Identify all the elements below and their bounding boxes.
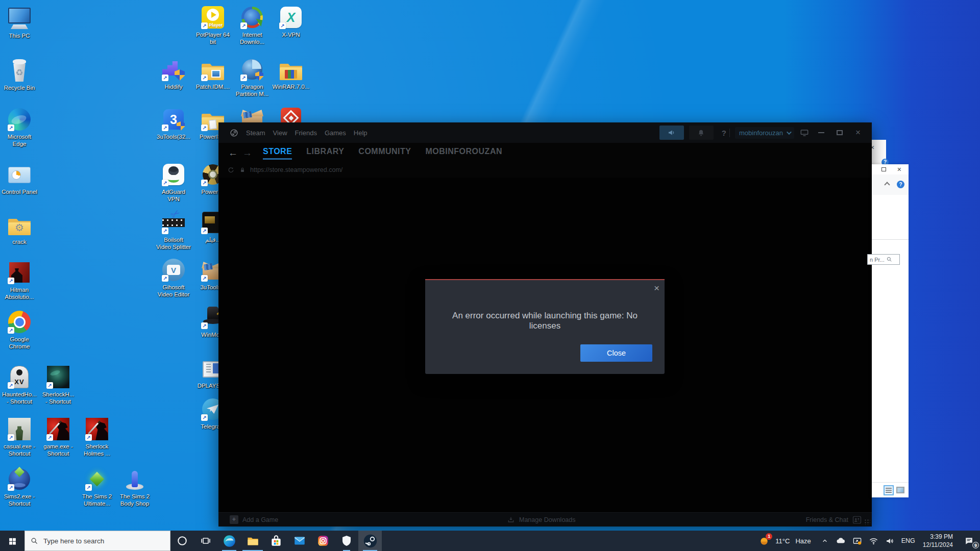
details-view-button[interactable] — [884, 485, 894, 495]
sherlockh-shortcut-label: SherlockH... - Shortcut — [42, 391, 75, 406]
desktop-icon-game-exe-shortcut[interactable]: ↗game.exe - Shortcut — [39, 416, 78, 458]
maximize-button[interactable] — [837, 130, 843, 135]
cortana-button[interactable] — [170, 531, 194, 551]
edge-icon — [223, 534, 236, 548]
shortcut-arrow-icon: ↗ — [162, 74, 168, 81]
taskbar-file-explorer[interactable] — [241, 531, 264, 551]
desktop-icon-paragon-partition[interactable]: ↗Paragon Partition M... — [233, 56, 272, 98]
back-arrow-icon[interactable]: ← — [228, 147, 242, 159]
weather-temp[interactable]: 11°C — [775, 537, 790, 545]
refresh-icon[interactable] — [227, 166, 235, 174]
desktop-icon-winrar-folder[interactable]: WinRAR.7.0... — [272, 56, 310, 90]
cast-icon[interactable] — [851, 531, 863, 551]
desktop-icon-hiddify[interactable]: ↗Hiddify — [154, 56, 193, 90]
account-dropdown[interactable]: mobinforouzan — [735, 127, 794, 139]
help-button[interactable]: ? — [719, 129, 730, 137]
search-placeholder: Type here to search — [43, 537, 104, 545]
explorer-search-box[interactable]: n Pr... — [867, 254, 900, 265]
desktop-icon-sims2-bodyshop[interactable]: The Sims 2 Body Shop — [115, 466, 154, 508]
desktop-icon-sims2-exe-shortcut[interactable]: ↗Sims2.exe - Shortcut — [0, 466, 39, 508]
taskbar-steam[interactable] — [358, 531, 382, 551]
adguard-vpn-label: AdGuard VPN — [162, 188, 185, 203]
close-button[interactable]: × — [851, 128, 865, 138]
desktop-icon-control-panel[interactable]: Control Panel — [0, 161, 39, 195]
steam-tab-library[interactable]: LIBRARY — [306, 147, 344, 160]
internet-download-manager-label: Internet Downlo... — [240, 31, 264, 46]
friends-chat-button[interactable]: Friends & Chat — [806, 515, 862, 524]
desktop-icon-internet-download-manager[interactable]: ↗Internet Downlo... — [233, 4, 272, 46]
language-indicator[interactable]: ENG — [900, 531, 916, 551]
desktop-icon-hitman-absolution[interactable]: ↗Hitman Absolutio... — [0, 259, 39, 301]
task-view-button[interactable] — [194, 531, 217, 551]
thumbnail-view-button[interactable] — [896, 487, 904, 493]
desktop-icon-google-chrome[interactable]: ↗Google Chrome — [0, 309, 39, 350]
volume-icon[interactable] — [884, 531, 896, 551]
steam-tab-mobinforouzan[interactable]: MOBINFOROUZAN — [426, 147, 502, 160]
forward-arrow-icon[interactable]: → — [242, 147, 257, 159]
weather-condition[interactable]: Haze — [795, 537, 811, 545]
desktop-icon-3utools-32[interactable]: 3↗3uTools(32... — [154, 106, 193, 140]
desktop-icon-this-pc[interactable]: This PC — [0, 5, 39, 39]
dialog-close-button[interactable]: Close — [580, 344, 652, 362]
steam-tab-community[interactable]: COMMUNITY — [358, 147, 411, 160]
start-button[interactable] — [0, 531, 24, 551]
search-icon — [30, 537, 39, 545]
steam-menu-games[interactable]: Games — [325, 129, 346, 137]
desktop-icon-sherlock-holmes[interactable]: ↗Sherlock Holmes ... — [78, 416, 116, 458]
taskbar-instagram[interactable] — [311, 531, 335, 551]
steam-menu-steam[interactable]: Steam — [246, 129, 265, 137]
desktop-icon-casual-exe-shortcut[interactable]: ↗casual.exe - Shortcut — [0, 416, 39, 458]
desktop-icon-adguard-vpn[interactable]: ↗AdGuard VPN — [154, 161, 193, 203]
steam-statusbar: + Add a Game Manage Downloads Friends & … — [218, 512, 872, 527]
steam-menu-view[interactable]: View — [273, 129, 287, 137]
shortcut-arrow-icon: ↗ — [46, 434, 53, 441]
wifi-icon[interactable] — [868, 531, 879, 551]
manage-downloads-button[interactable]: Manage Downloads — [507, 516, 576, 524]
steam-addressbar[interactable]: https://store.steampowered.com/ — [227, 163, 872, 177]
steam-tab-store[interactable]: STORE — [263, 147, 292, 160]
taskbar-windows-security[interactable] — [335, 531, 358, 551]
resize-grip[interactable] — [864, 519, 870, 525]
taskbar-mail[interactable] — [288, 531, 311, 551]
desktop-icon-sims2-ultimate[interactable]: ↗The Sims 2 Ultimate... — [78, 466, 116, 508]
steam-menu-help[interactable]: Help — [354, 129, 368, 137]
steam-menu-friends[interactable]: Friends — [295, 129, 317, 137]
desktop-icon-crack-folder[interactable]: ⚙crack — [0, 211, 39, 245]
steam-menubar: SteamViewFriendsGamesHelp — [230, 129, 368, 137]
dialog-close-icon[interactable]: × — [654, 283, 659, 293]
desktop-icon-sherlockh-shortcut[interactable]: ↗SherlockH... - Shortcut — [39, 364, 78, 406]
onedrive-icon[interactable] — [835, 531, 847, 551]
maximize-icon[interactable] — [881, 167, 886, 171]
desktop-icon-recycle-bin[interactable]: ♻Recycle Bin — [0, 57, 39, 91]
defender-icon — [340, 535, 353, 547]
desktop-icon-potplayer[interactable]: Player↗PotPlayer 64 bit — [193, 4, 232, 46]
desktop-icon-hauntedhouse-shortcut[interactable]: XV↗HauntedHo... - Shortcut — [0, 364, 39, 406]
add-a-game-button[interactable]: Add a Game — [242, 516, 278, 523]
desktop-icon-microsoft-edge[interactable]: ↗Microsoft Edge — [0, 106, 39, 148]
hidden-icons-chevron[interactable] — [820, 531, 830, 551]
clock[interactable]: 3:39 PM 12/11/2024 — [921, 533, 955, 549]
collapse-ribbon-icon[interactable] — [884, 182, 890, 187]
desktop-icon-patch-idm[interactable]: ↗Patch.IDM.... — [193, 56, 232, 90]
taskbar-edge[interactable] — [217, 531, 241, 551]
error-dialog: × An error occurred while launching this… — [425, 279, 665, 374]
desktop-icon-gihosoft-video-editor[interactable]: V↗Gihosoft Video Editor — [154, 257, 193, 298]
notifications-button[interactable] — [689, 126, 714, 140]
shortcut-arrow-icon: ↗ — [85, 434, 92, 441]
taskbar-search-input[interactable]: Type here to search — [24, 531, 170, 551]
help-icon[interactable]: ? — [897, 181, 904, 188]
taskbar-microsoft-store[interactable] — [264, 531, 288, 551]
announcements-button[interactable] — [659, 126, 684, 140]
big-picture-icon[interactable] — [799, 128, 810, 138]
notification-center-button[interactable]: 9 — [960, 531, 978, 551]
hiddify-label: Hiddify — [164, 83, 182, 90]
shortcut-arrow-icon: ↗ — [201, 414, 208, 421]
weather-button[interactable]: 1 — [758, 531, 771, 551]
desktop-icon-x-vpn[interactable]: X↗X-VPN — [272, 4, 310, 38]
desktop-icon-boilsoft-video-splitter[interactable]: ✂↗Boilsoft Video Splitter — [154, 209, 193, 251]
friends-icon — [852, 515, 862, 524]
minimize-button[interactable] — [818, 132, 824, 133]
close-icon[interactable]: × — [897, 166, 901, 173]
recycle-bin-label: Recycle Bin — [4, 84, 35, 91]
weather-badge: 1 — [766, 533, 772, 540]
